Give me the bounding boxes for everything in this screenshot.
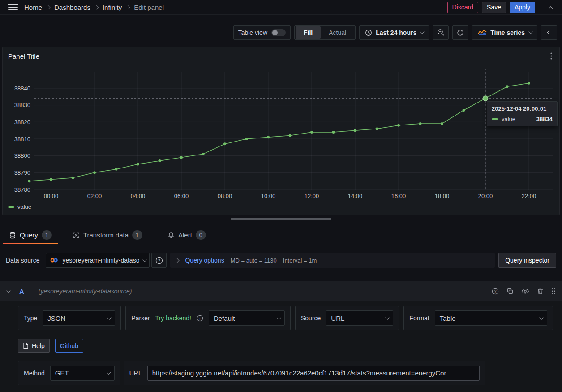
collapse-pane-button[interactable] — [541, 25, 557, 40]
pane-splitter-handle[interactable] — [231, 218, 331, 220]
table-view-toggle[interactable] — [271, 29, 286, 36]
drag-handle-icon[interactable] — [551, 288, 556, 295]
parser-select[interactable]: Default — [209, 310, 285, 326]
query-options-toggle[interactable]: Query options — [185, 257, 224, 264]
database-icon — [9, 232, 16, 239]
type-select[interactable]: JSON — [43, 310, 115, 326]
help-button[interactable]: Help — [18, 339, 50, 353]
panel-title[interactable]: Panel Title — [8, 52, 39, 60]
github-button[interactable]: Github — [55, 339, 83, 353]
table-view-control: Table view — [233, 25, 291, 40]
tab-transform-label: Transform data — [83, 231, 129, 239]
tab-transform-data[interactable]: Transform data 1 — [65, 226, 150, 244]
svg-text:38810: 38810 — [14, 136, 30, 142]
zoom-out-button[interactable] — [433, 25, 449, 40]
collapse-options-icon[interactable] — [546, 1, 557, 13]
fill-option[interactable]: Fill — [296, 26, 321, 39]
document-icon — [23, 342, 29, 349]
breadcrumb-infinity[interactable]: Infinity — [103, 4, 122, 11]
format-value: Table — [440, 314, 456, 322]
query-options-bar: Query options MD = auto = 1130 Interval … — [170, 253, 495, 268]
source-value: URL — [331, 314, 344, 322]
type-label: Type — [24, 314, 37, 322]
apply-button[interactable]: Apply — [510, 2, 535, 13]
viz-picker-label: Time series — [490, 29, 525, 36]
datasource-row: Data source yesoreyeram-infinity-datasou… — [0, 253, 562, 268]
svg-text:02:00: 02:00 — [87, 193, 102, 199]
query-options-interval-summary: Interval = 1m — [283, 257, 317, 264]
breadcrumb-separator-icon — [126, 5, 130, 9]
svg-text:38820: 38820 — [14, 119, 30, 125]
info-circle-icon[interactable]: i — [197, 315, 203, 322]
url-input[interactable] — [147, 366, 480, 381]
query-help-icon[interactable]: ? — [492, 288, 499, 295]
svg-text:08:00: 08:00 — [218, 193, 232, 199]
bell-icon — [167, 232, 175, 239]
chevron-down-icon — [142, 258, 147, 262]
breadcrumb-dashboards[interactable]: Dashboards — [54, 4, 90, 11]
question-circle-icon: ? — [155, 257, 163, 264]
tooltip-series-name: value — [502, 116, 515, 122]
svg-text:?: ? — [158, 258, 160, 263]
actual-option[interactable]: Actual — [321, 26, 354, 39]
timeseries-chart[interactable]: 3878038790388003881038820388303884000:00… — [3, 61, 559, 202]
infinity-datasource-logo-icon — [50, 257, 59, 263]
top-navbar: Home Dashboards Infinity Edit panel Disc… — [0, 0, 562, 15]
type-field-group: Type JSON — [18, 306, 121, 330]
svg-text:12:00: 12:00 — [305, 193, 319, 199]
refresh-icon — [457, 29, 464, 36]
refresh-button[interactable] — [452, 25, 468, 40]
tab-alert[interactable]: Alert 0 — [160, 226, 213, 244]
svg-text:16:00: 16:00 — [391, 193, 406, 199]
parser-try-backend-link[interactable]: Try backend! — [155, 314, 191, 322]
parser-value: Default — [214, 314, 235, 322]
query-ref-id[interactable]: A — [19, 288, 24, 295]
query-datasource-hint: (yesoreyeram-infinity-datasource) — [39, 288, 132, 295]
save-button[interactable]: Save — [482, 2, 506, 13]
duplicate-query-icon[interactable] — [506, 288, 514, 295]
breadcrumb-separator-icon — [94, 5, 99, 9]
series-color-swatch — [492, 118, 498, 120]
datasource-help-button[interactable]: ? — [151, 253, 167, 268]
menu-toggle-icon[interactable] — [8, 4, 18, 10]
chevron-down-icon — [277, 315, 281, 320]
method-field-group: Method GET — [18, 361, 120, 385]
parser-field-group: Parser Try backend! i Default — [125, 306, 291, 330]
query-row-header[interactable]: A (yesoreyeram-infinity-datasource) ? — [0, 281, 562, 301]
grafana-edit-panel-page: Home Dashboards Infinity Edit panel Disc… — [0, 0, 562, 392]
collapse-query-icon[interactable] — [6, 289, 11, 293]
method-label: Method — [24, 370, 45, 377]
delete-query-icon[interactable] — [537, 288, 544, 295]
visualization-picker[interactable]: Time series — [472, 25, 537, 40]
svg-text:i: i — [200, 316, 201, 320]
tab-query[interactable]: Query 1 — [2, 226, 59, 244]
svg-text:?: ? — [494, 289, 497, 293]
breadcrumb-home[interactable]: Home — [24, 4, 42, 11]
format-select[interactable]: Table — [435, 310, 547, 326]
tooltip-timestamp: 2025-12-04 20:00:01 — [492, 105, 553, 112]
panel-menu-icon[interactable] — [548, 52, 555, 60]
toggle-visibility-icon[interactable] — [521, 288, 529, 295]
source-select[interactable]: URL — [326, 310, 393, 326]
query-inspector-button[interactable]: Query inspector — [498, 253, 556, 268]
legend-label: value — [17, 203, 31, 210]
parser-label: Parser — [131, 314, 150, 322]
chevron-down-icon — [539, 315, 544, 320]
chart-tooltip: 2025-12-04 20:00:01 value 38834 — [487, 101, 558, 126]
svg-text:04:00: 04:00 — [131, 193, 146, 199]
method-select[interactable]: GET — [50, 366, 115, 381]
svg-text:06:00: 06:00 — [174, 193, 189, 199]
legend-item-value[interactable]: value — [8, 203, 31, 210]
svg-text:22:00: 22:00 — [522, 193, 536, 199]
tab-query-label: Query — [20, 231, 38, 239]
panel-toolbar: Table view Fill Actual Last 24 hours — [233, 25, 557, 40]
fill-actual-segmented: Fill Actual — [294, 25, 356, 40]
chevron-down-icon — [385, 315, 390, 320]
discard-button[interactable]: Discard — [447, 2, 478, 13]
datasource-picker[interactable]: yesoreyeram-infinity-datasou — [46, 253, 150, 268]
source-label: Source — [301, 314, 321, 322]
chevron-left-icon — [547, 30, 551, 35]
time-range-picker[interactable]: Last 24 hours — [359, 25, 429, 40]
breadcrumb: Home Dashboards Infinity Edit panel — [24, 4, 164, 11]
svg-text:38830: 38830 — [14, 102, 30, 108]
